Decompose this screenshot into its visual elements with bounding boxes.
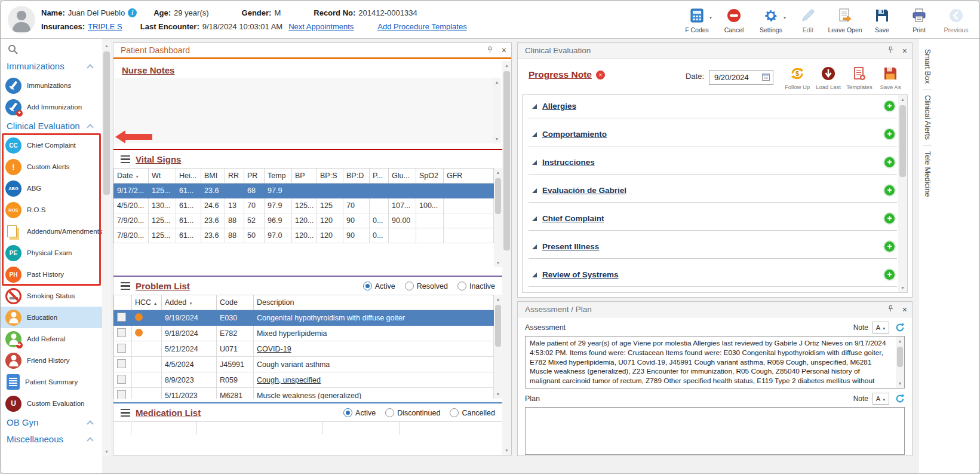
section-title[interactable]: Comportamiento [542, 130, 607, 139]
scroll-down-icon[interactable] [896, 379, 904, 388]
scroll-thumb[interactable] [495, 178, 501, 214]
collapse-triangle-icon[interactable] [532, 104, 537, 109]
column-header[interactable]: PR [244, 169, 265, 184]
cell[interactable]: 52 [244, 213, 265, 228]
scroll-down-icon[interactable] [102, 447, 111, 456]
scroll-up-icon[interactable] [493, 78, 501, 87]
cell[interactable]: 97.9 [265, 198, 292, 213]
scroll-track[interactable] [494, 304, 502, 390]
cell[interactable] [370, 184, 389, 198]
column-header[interactable]: SpO2 [416, 169, 444, 184]
collapse-triangle-icon[interactable] [532, 188, 537, 193]
problem-row[interactable]: 5/11/2023 M6281 Muscle weakness (general… [114, 388, 494, 399]
column-header[interactable]: Code [217, 295, 254, 310]
vital-signs-menu-icon[interactable] [121, 155, 130, 164]
cell[interactable]: 7/8/20... [114, 228, 149, 243]
cell[interactable]: 0... [370, 213, 389, 228]
row-checkbox[interactable] [117, 328, 126, 337]
settings-dropdown-icon[interactable] [783, 13, 787, 20]
cell[interactable] [416, 213, 444, 228]
sidebar-item-friend-history[interactable]: Friend History [1, 350, 102, 371]
column-header[interactable]: P... [370, 169, 389, 184]
cell[interactable]: 4/5/20... [114, 198, 149, 213]
collapse-triangle-icon[interactable] [532, 216, 537, 221]
assessment-scrollbar[interactable] [896, 337, 904, 388]
sidebar-item-patient-summary[interactable]: Patient Summary [1, 371, 102, 393]
note-section-comportamiento[interactable]: Comportamiento [523, 123, 898, 151]
cell[interactable]: 4/5/2024 [162, 357, 217, 372]
scroll-down-icon[interactable] [502, 446, 511, 455]
patient-info-icon[interactable]: i [128, 8, 137, 17]
scroll-thumb[interactable] [503, 71, 510, 250]
cell[interactable]: J45991 [217, 357, 254, 372]
add-entry-icon[interactable] [884, 270, 895, 280]
cell[interactable] [444, 228, 494, 243]
cell[interactable]: M6281 [217, 388, 254, 399]
scroll-thumb[interactable] [103, 51, 110, 195]
note-section-present-illness[interactable]: Present Illness [523, 236, 898, 264]
refresh-icon[interactable] [895, 394, 905, 403]
scroll-down-icon[interactable] [898, 283, 907, 292]
sidebar-item-physical-exam[interactable]: PE Physical Exam [1, 242, 102, 264]
cell[interactable]: 13 [225, 198, 244, 213]
section-title[interactable]: Review of Systrems [542, 270, 619, 279]
column-header[interactable]: Date [114, 169, 149, 184]
sidebar-item-addendum-amendments[interactable]: Addendum/Amendments [1, 221, 102, 242]
scroll-up-icon[interactable] [494, 168, 502, 177]
next-appointments-link[interactable]: Next Appointments [288, 22, 354, 31]
cell[interactable] [343, 184, 370, 198]
filter-discontinued[interactable]: Discontinued [385, 408, 440, 417]
sidebar-item-chief-complaint[interactable]: CC Chief Complaint [1, 134, 102, 156]
column-dropdown-icon[interactable] [189, 298, 192, 307]
scroll-up-icon[interactable] [896, 337, 904, 345]
column-header[interactable]: Wt [149, 169, 176, 184]
problem-list-menu-icon[interactable] [121, 282, 130, 290]
cell[interactable]: 120... [292, 213, 317, 228]
calendar-icon[interactable] [762, 73, 770, 82]
cell[interactable]: 120 [317, 228, 343, 243]
cell[interactable]: 50 [244, 228, 265, 243]
cell[interactable]: 9/18/2024 [162, 326, 217, 341]
scroll-down-icon[interactable] [493, 134, 501, 143]
scroll-track[interactable] [896, 345, 904, 379]
scroll-thumb[interactable] [495, 305, 501, 347]
cell[interactable]: Cough variant asthma [254, 357, 494, 372]
save-as-button[interactable]: Save As [875, 66, 906, 90]
cell[interactable]: 125... [149, 228, 176, 243]
column-dropdown-icon[interactable] [135, 172, 139, 180]
cell[interactable]: 90 [343, 213, 370, 228]
cell[interactable]: 5/21/2024 [162, 341, 217, 357]
add-entry-icon[interactable] [884, 101, 895, 111]
sidebar-item-abg[interactable]: ABG ABG [1, 178, 102, 199]
add-entry-icon[interactable] [884, 213, 895, 224]
column-header[interactable]: BP:D [343, 169, 370, 184]
sidebar-item-education[interactable]: Education [1, 307, 102, 328]
add-entry-icon[interactable] [884, 157, 895, 167]
cancel-button[interactable]: Cancel [717, 5, 751, 33]
cell[interactable] [389, 228, 416, 243]
cell[interactable]: 125 [317, 198, 343, 213]
refresh-icon[interactable] [895, 323, 905, 332]
column-header[interactable]: Added [162, 295, 217, 310]
close-icon[interactable] [502, 46, 506, 54]
cell[interactable]: 61... [176, 198, 201, 213]
pin-icon[interactable] [887, 305, 894, 314]
cell[interactable]: U071 [217, 341, 254, 357]
row-checkbox[interactable] [117, 344, 126, 353]
column-header[interactable]: BP:S [317, 169, 343, 184]
pin-icon[interactable] [887, 46, 894, 55]
cell[interactable]: 70 [244, 198, 265, 213]
cell[interactable]: 96.9 [265, 213, 292, 228]
previous-button[interactable]: Previous [939, 5, 973, 33]
column-header[interactable]: GFR [444, 169, 494, 184]
scroll-track[interactable] [494, 177, 502, 258]
sidebar-item-add-referral[interactable]: Add Referral [1, 328, 102, 350]
scroll-up-icon[interactable] [494, 295, 502, 304]
problem-row[interactable]: 4/5/2024 J45991 Cough variant asthma [114, 357, 494, 372]
cell[interactable]: E782 [217, 326, 254, 341]
nurse-notes-textarea[interactable] [115, 78, 501, 143]
tab-tele-medicine[interactable]: Tele Medicine [923, 145, 932, 202]
section-title[interactable]: Present Illness [542, 242, 599, 251]
cell[interactable] [444, 198, 494, 213]
sidebar-item-custom-alerts[interactable]: Custom Alerts [1, 156, 102, 178]
